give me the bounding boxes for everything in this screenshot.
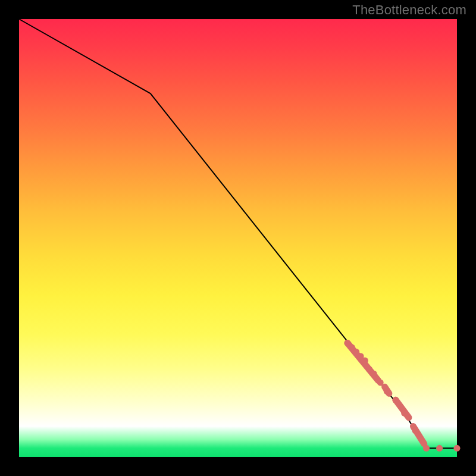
plot-area xyxy=(19,19,457,457)
highlight-point xyxy=(371,371,377,377)
chart-container: TheBottleneck.com xyxy=(0,0,476,476)
chart-svg xyxy=(19,19,457,457)
highlight-point xyxy=(393,397,399,403)
highlight-point xyxy=(412,427,419,434)
highlight-point xyxy=(423,445,430,452)
highlight-point xyxy=(377,379,384,386)
highlight-point xyxy=(454,445,461,452)
highlight-point xyxy=(436,445,443,452)
highlight-points xyxy=(345,340,461,452)
series-line xyxy=(19,19,457,448)
highlight-point xyxy=(401,410,408,416)
watermark-text: TheBottleneck.com xyxy=(352,2,466,18)
highlight-point xyxy=(384,388,390,394)
highlight-point xyxy=(362,358,368,364)
